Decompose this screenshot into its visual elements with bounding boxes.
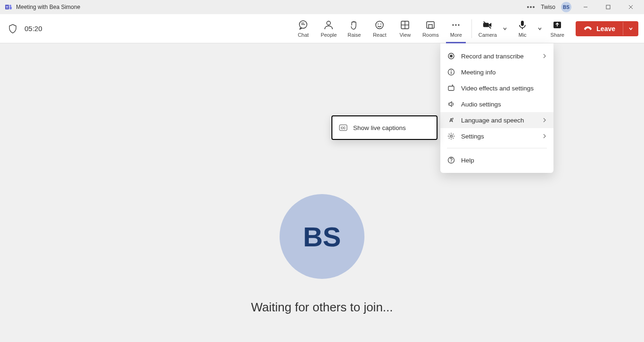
language-submenu: CC Show live captions [331,115,438,140]
meeting-stage: BS Waiting for others to join... Record … [0,43,644,342]
view-button[interactable]: View [392,16,418,42]
mic-icon [517,20,528,30]
help-icon [447,156,455,164]
camera-label: Camera [479,32,497,38]
menu-video-effects[interactable]: Video effects and settings [440,80,553,96]
mic-button[interactable]: Mic [510,16,535,42]
svg-point-2 [9,5,11,7]
svg-rect-33 [448,86,454,90]
toolbar-divider [471,19,472,38]
people-button[interactable]: People [316,16,341,42]
record-icon [447,52,455,60]
chevron-right-icon [542,54,547,58]
more-label: More [450,32,462,38]
camera-button[interactable]: Camera [475,16,500,42]
rooms-icon [425,20,436,30]
menu-audio-settings[interactable]: Audio settings [440,96,553,112]
svg-point-14 [380,24,381,24]
svg-point-21 [455,24,457,25]
svg-point-20 [453,24,454,25]
camera-chevron[interactable] [500,19,510,38]
view-icon [400,20,410,30]
audio-icon [447,100,455,108]
submenu-captions-label: Show live captions [353,124,406,131]
mic-label: Mic [519,32,527,38]
mic-chevron[interactable] [535,19,545,38]
minimize-button[interactable] [577,0,594,14]
shield-icon[interactable] [8,24,18,33]
teams-icon: T [5,3,12,11]
svg-rect-19 [429,24,432,28]
people-icon [323,20,334,30]
video-effects-icon [447,84,455,92]
chat-label: Chat [298,32,309,38]
svg-point-12 [376,21,383,29]
more-icon [451,20,461,30]
meeting-toolbar: 05:20 Chat People Raise React View Rooms… [0,14,644,43]
more-menu: Record and transcribe Meeting info Video… [440,43,553,173]
menu-info-label: Meeting info [461,69,496,76]
react-label: React [373,32,387,38]
menu-help-label: Help [461,157,474,164]
svg-point-11 [327,21,330,25]
people-label: People [321,32,337,38]
language-icon: A [447,116,455,124]
close-button[interactable] [622,0,639,14]
react-button[interactable]: React [367,16,392,42]
menu-settings[interactable]: Settings [440,128,553,144]
raise-hand-icon [349,20,359,30]
svg-point-22 [458,24,460,25]
svg-point-13 [378,24,379,24]
rooms-label: Rooms [422,32,439,38]
menu-video-effects-label: Video effects and settings [461,85,534,92]
svg-point-35 [450,135,453,138]
leave-label: Leave [596,25,615,33]
menu-language-label: Language and speech [461,117,524,124]
menu-record-label: Record and transcribe [461,53,524,60]
hangup-icon [583,25,593,32]
svg-rect-5 [606,5,610,9]
leave-chevron[interactable] [623,22,638,35]
menu-settings-label: Settings [461,133,484,140]
svg-text:T: T [6,5,8,9]
share-icon [552,20,562,30]
raise-button[interactable]: Raise [341,16,367,42]
waiting-text: Waiting for others to join... [251,300,393,315]
svg-point-31 [451,70,452,71]
svg-point-29 [450,55,453,57]
chat-icon [298,20,308,30]
meeting-timer: 05:20 [25,24,42,33]
info-icon [447,68,455,76]
menu-help[interactable]: Help [440,152,553,168]
menu-meeting-info[interactable]: Meeting info [440,64,553,80]
rooms-button[interactable]: Rooms [418,16,443,42]
menu-language-speech[interactable]: A Language and speech [440,112,553,128]
svg-text:CC: CC [341,126,346,130]
svg-rect-25 [521,21,524,26]
titlebar-more-icon[interactable]: ••• [527,3,536,11]
menu-record-transcribe[interactable]: Record and transcribe [440,48,553,64]
submenu-live-captions[interactable]: CC Show live captions [332,119,437,136]
svg-point-37 [451,162,452,163]
maximize-button[interactable] [600,0,617,14]
avatar-small[interactable]: BS [561,2,571,12]
gear-icon [447,132,455,140]
title-bar: T Meeting with Bea Simone ••• Twiso BS [0,0,644,14]
menu-audio-label: Audio settings [461,101,501,108]
share-label: Share [551,32,564,38]
menu-separator [447,148,547,148]
window-title: Meeting with Bea Simone [16,4,80,10]
leave-button[interactable]: Leave [576,21,638,36]
camera-off-icon [482,20,493,30]
more-button[interactable]: More [443,16,469,42]
account-name[interactable]: Twiso [541,4,555,10]
participant-avatar: BS [280,194,364,279]
svg-rect-3 [9,7,12,9]
raise-label: Raise [347,32,361,38]
chevron-right-icon [542,134,547,138]
view-label: View [399,32,411,38]
chat-button[interactable]: Chat [290,16,316,42]
captions-icon: CC [339,123,347,132]
share-button[interactable]: Share [545,16,570,42]
react-icon [374,20,385,30]
